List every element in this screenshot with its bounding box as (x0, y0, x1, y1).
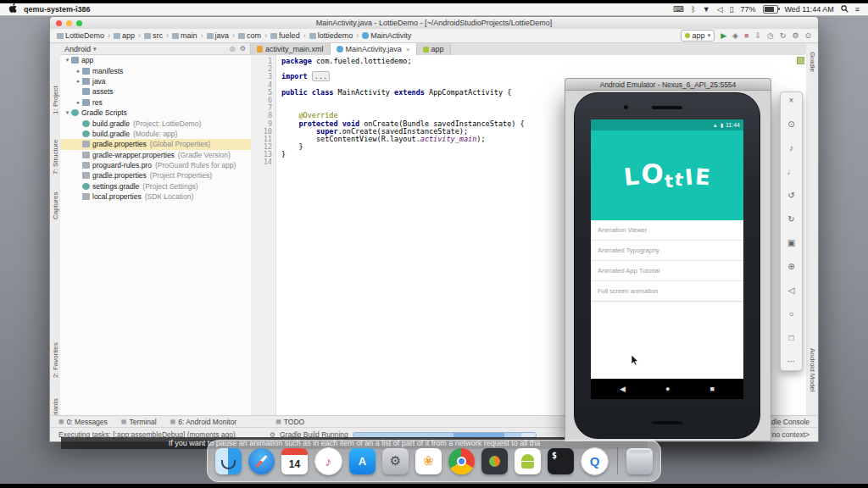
breadcrumb-item[interactable]: fueled (270, 31, 300, 40)
attach-icon[interactable]: ⇩ (754, 31, 761, 40)
close-button[interactable] (56, 20, 62, 26)
breadcrumb-item[interactable]: lottiedemo (309, 31, 353, 40)
phone-status-bar: ▲ ▮ 11:44 (591, 119, 743, 130)
dock-music[interactable]: ♪ (314, 447, 342, 475)
dock-chrome[interactable] (448, 448, 475, 474)
menu-item[interactable]: Animation Viewer (591, 220, 743, 241)
dock-trash[interactable] (626, 448, 653, 474)
tree-item[interactable]: ▾Gradle Scripts (60, 108, 251, 118)
dock-photos[interactable]: ❀ (415, 448, 442, 474)
tool-strip-button[interactable]: Captures (52, 192, 59, 219)
tool-strip-button[interactable]: Android Model (809, 348, 816, 392)
overview-button[interactable]: □ (788, 334, 793, 342)
close-icon[interactable]: × (406, 46, 410, 53)
back-button[interactable]: ◀ (620, 385, 626, 393)
volume-up-button[interactable]: ♪ (789, 144, 793, 152)
search-icon[interactable]: ⊙ (804, 31, 811, 40)
run-config-select[interactable]: app ▾ (681, 30, 715, 42)
home-button[interactable]: ○ (788, 310, 793, 319)
overview-button[interactable]: ■ (710, 385, 715, 393)
tool-strip-button[interactable]: 2: Favorites (52, 342, 59, 378)
dock-android[interactable] (515, 448, 541, 474)
wifi-icon[interactable]: ▼ (703, 5, 710, 14)
menubar-clock[interactable]: Wed 11:44 AM (785, 5, 834, 14)
notification-center-icon[interactable]: ≡ (855, 5, 860, 14)
spotlight-icon[interactable] (841, 5, 849, 14)
emulator-title[interactable]: Android Emulator - Nexus_6_API_25:5554 (565, 78, 771, 90)
minimize-button[interactable] (66, 20, 72, 26)
tree-item[interactable]: settings.gradle(Project Settings) (60, 181, 251, 191)
dock-safari[interactable] (248, 448, 275, 474)
keyboard-icon[interactable]: ⌨ (673, 5, 684, 14)
back-button[interactable]: ◁ (788, 286, 795, 295)
tool-button[interactable]: ▦TODO (275, 418, 304, 426)
tree-item[interactable]: assets (60, 86, 251, 97)
tool-button[interactable]: ▦0: Messages (58, 418, 108, 426)
dock-terminal[interactable]: $ (548, 448, 574, 474)
tool-strip-button[interactable]: Gradle (809, 52, 816, 72)
dock-media[interactable] (481, 448, 508, 474)
debug-icon[interactable]: ◈ (732, 31, 738, 40)
project-view-select[interactable]: Android ▾ (64, 45, 97, 53)
breadcrumb-item[interactable]: app (114, 31, 135, 40)
zoom-button[interactable]: ⊕ (787, 263, 794, 271)
apple-menu-icon[interactable] (8, 3, 17, 15)
power-button[interactable]: ⊙ (787, 120, 794, 129)
breadcrumb-item[interactable]: src (144, 31, 163, 40)
tool-strip-button[interactable]: 7: Structure (52, 140, 59, 175)
close-button[interactable]: × (789, 97, 794, 105)
tool-button[interactable]: ▦6: Android Monitor (170, 418, 237, 426)
profile-icon[interactable]: ◷ (767, 31, 774, 40)
tree-item[interactable]: gradle.properties(Project Properties) (60, 170, 251, 180)
stop-icon[interactable]: ■ (744, 31, 748, 40)
tree-item[interactable]: build.gradle(Project: LottieDemo) (60, 118, 251, 128)
display-icon[interactable]: ▯ (730, 5, 734, 14)
more-button[interactable]: ⋯ (787, 358, 796, 366)
tree-item[interactable]: local.properties(SDK Location) (60, 191, 251, 202)
tab-mainactivity-java[interactable]: MainActivity.java× (331, 43, 417, 55)
volume-down-button[interactable]: ♩ (787, 168, 796, 176)
dock-finder[interactable] (215, 448, 242, 474)
menubar-app-name[interactable]: qemu-system-i386 (24, 5, 91, 14)
breadcrumb-item[interactable]: com (238, 31, 261, 40)
target-icon[interactable]: ◎ (230, 45, 236, 53)
rotate-left-button[interactable]: ↺ (787, 191, 794, 200)
folder-icon (270, 33, 277, 39)
studio-titlebar[interactable]: MainActivity.java - LottieDemo - [~/Andr… (50, 17, 818, 30)
breadcrumb-item[interactable]: MainActivity (362, 31, 411, 40)
home-button[interactable]: ● (665, 385, 670, 393)
breadcrumb-item[interactable]: main (172, 31, 198, 40)
tree-item[interactable]: build.gradle(Module: app) (60, 129, 251, 139)
breadcrumb-item[interactable]: java (207, 31, 230, 40)
volume-icon[interactable]: ◁ (717, 5, 723, 14)
dock-calendar[interactable]: 14 (281, 448, 308, 474)
tree-item[interactable]: ▸res (60, 97, 251, 108)
tree-item[interactable]: ▸java (60, 76, 251, 86)
tree-item[interactable]: gradle.properties(Global Properties) (60, 139, 251, 149)
dock-quicktime[interactable]: Q (581, 447, 609, 475)
tree-item[interactable]: proguard-rules.pro(ProGuard Rules for ap… (60, 160, 251, 170)
tree-item[interactable]: gradle-wrapper.properties(Gradle Version… (60, 150, 251, 160)
screenshot-button[interactable]: ▣ (787, 239, 795, 247)
tool-strip-button[interactable]: 1: Project (52, 86, 59, 114)
tool-button[interactable]: ▦Terminal (121, 418, 157, 426)
tree-item[interactable]: ▾app (60, 55, 251, 65)
menu-item[interactable]: Animated Typography (591, 241, 743, 261)
menu-item[interactable]: Animated App Tutorial (591, 261, 743, 281)
gear-icon[interactable]: ⚙ (240, 45, 246, 53)
maximize-button[interactable] (76, 20, 82, 26)
breadcrumb-item[interactable]: LottieDemo (57, 31, 104, 40)
dock-appstore[interactable]: A (349, 448, 376, 474)
dock-prefs[interactable]: ⚙ (382, 448, 409, 474)
tab-activity_main-xml[interactable]: activity_main.xml (251, 43, 331, 55)
sync-icon[interactable]: ↻ (780, 31, 787, 40)
tree-item[interactable]: ▸manifests (60, 65, 251, 75)
letterbox-bottom (0, 484, 868, 488)
settings-icon[interactable]: ⚙ (792, 31, 798, 40)
bluetooth-icon[interactable]: ᛒ (691, 5, 695, 14)
phone-screen[interactable]: ▲ ▮ 11:44 LOttIE Animation ViewerAnimate… (591, 119, 743, 399)
menu-item[interactable]: Full screen animation (591, 281, 743, 302)
rotate-right-button[interactable]: ↻ (787, 215, 794, 224)
run-icon[interactable]: ▶ (721, 31, 726, 40)
tab-app[interactable]: app (417, 43, 451, 55)
